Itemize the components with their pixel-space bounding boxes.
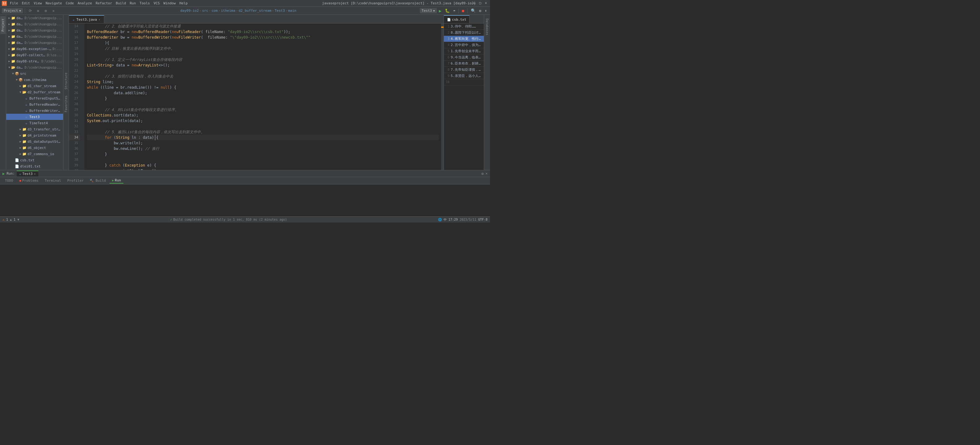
code-line-20: // 1、定义一个ArrayList集合存储每段内容 — [87, 57, 439, 62]
line-num-33: 33 — [69, 129, 80, 135]
tab-terminal[interactable]: Terminal — [42, 178, 64, 183]
tree-item-src[interactable]: ▼ 📦 src — [6, 70, 63, 77]
menu-run[interactable]: Run — [128, 1, 138, 6]
structure-tab[interactable]: Structure — [64, 71, 68, 91]
menu-edit[interactable]: Edit — [20, 1, 32, 6]
tab-build[interactable]: 🔨 Build — [87, 178, 108, 183]
error-arrow-down[interactable]: ▼ — [18, 218, 19, 221]
toolbar-close-btn[interactable]: ✕ — [50, 8, 57, 14]
run-settings-btn[interactable]: ⚙ — [481, 171, 484, 176]
tree-item-day06[interactable]: ▶ 📁 day06-exception-collection D:... — [6, 46, 63, 52]
databases-tab[interactable]: Databases — [484, 16, 490, 38]
breadcrumb-sep-4: › — [272, 9, 274, 13]
tree-item-d5[interactable]: ▶ 📁 d5_dataOutputStream — [6, 138, 63, 145]
debug-btn[interactable]: 🐛 — [444, 8, 451, 13]
tree-item-buffered-writer[interactable]: ☕ BufferedWriterDem... — [6, 108, 63, 114]
folder-icon: 📁 — [22, 127, 27, 131]
stop-btn[interactable]: ■ — [461, 9, 465, 13]
git-btn[interactable]: ⬆ — [484, 9, 488, 13]
menu-vcs[interactable]: VCS — [151, 1, 161, 6]
tree-item-timetest4[interactable]: ☕ TimeTest4 — [6, 120, 63, 126]
tree-item-d2[interactable]: ▼ 📂 d2_buffer_stream — [6, 89, 63, 95]
tree-arrow: ▶ — [8, 35, 11, 38]
breadcrumb-item-6[interactable]: main — [288, 9, 296, 13]
run-config-dropdown: ▼ — [433, 9, 434, 13]
csb-line-num: 6 — [445, 55, 449, 59]
menu-view[interactable]: View — [32, 1, 44, 6]
maximize-button[interactable]: □ — [478, 1, 482, 6]
toolbar-sync-btn[interactable]: ⟳ — [27, 8, 34, 14]
tab-profiler[interactable]: Profiler — [65, 178, 86, 183]
right-panel-tab-csb[interactable]: 📄 csb.txt — [444, 15, 469, 23]
tree-item-d1[interactable]: ▶ 📁 d1_char_stream — [6, 83, 63, 89]
menu-refactor[interactable]: Refactor — [94, 1, 114, 6]
tab-todo[interactable]: TODO — [3, 178, 16, 183]
toolbar-settings-btn[interactable]: ⚙ — [42, 8, 49, 14]
tree-item-com-itheima[interactable]: ▼ 📦 com.itheima — [6, 77, 63, 83]
breadcrumb-item-0[interactable]: day09-io2 — [180, 9, 199, 13]
menu-build[interactable]: Build — [114, 1, 128, 6]
search-btn[interactable]: 🔍 — [469, 8, 477, 13]
tree-item-d7[interactable]: ▶ 📁 d7_commons_io — [6, 151, 63, 157]
menu-window[interactable]: Window — [161, 1, 178, 6]
tree-item-test3[interactable]: ☕ Test3 — [6, 114, 63, 120]
tree-item-day03[interactable]: ▶ 📁 day03-oop D:\code\huangpuip... — [6, 27, 63, 33]
run-tab-icon: ☕ — [19, 172, 21, 176]
toolbar-collapse-btn[interactable]: ≡ — [35, 8, 41, 14]
csb-line-text: 8.愿陛下托臣以讨… — [451, 30, 481, 35]
code-editor[interactable]: // 2、创建缓冲字符输入流管道与源文件接通 BufferedReader br… — [84, 24, 441, 170]
run-btn[interactable]: ▶ — [438, 8, 443, 13]
tree-item-d6[interactable]: ▶ 📁 d6_object — [6, 145, 63, 151]
tree-item-csb-txt[interactable]: 📄 csb.txt — [6, 157, 63, 163]
tree-item-buffered-reader[interactable]: ☕ BufferedReaderDe... — [6, 101, 63, 108]
settings-btn[interactable]: ⚙ — [478, 9, 482, 13]
tree-item-day02[interactable]: ▶ 📁 day02-oop D:\code\huangpuip... — [6, 21, 63, 27]
tree-item-day08[interactable]: ▶ 📁 day08-stream-file-io D:\code\... — [6, 58, 63, 64]
editor-tab-test3[interactable]: ☕ Test3.java ✕ — [69, 15, 104, 23]
minimize-button[interactable]: ─ — [472, 1, 477, 6]
favorites-tab[interactable]: Favorites — [64, 93, 68, 114]
code-line-25: while ((line = br.readLine()) != null) { — [87, 85, 439, 90]
tree-item-d4[interactable]: ▶ 📁 d4_printstream — [6, 132, 63, 138]
tree-item-day01[interactable]: ▶ 📁 day01-oop D:\code\huangpuip... — [6, 15, 63, 21]
run-tab-close[interactable]: ✕ — [34, 172, 36, 176]
project-tab-label[interactable]: Project — [0, 16, 6, 34]
tree-arrow: ▶ — [19, 84, 22, 88]
menu-tools[interactable]: Tools — [138, 1, 151, 6]
csb-line-text: 1.先帝创业未半而… — [451, 49, 481, 54]
breadcrumb-item-5[interactable]: Test3 — [275, 9, 285, 13]
tree-label: BufferedInputStre... — [29, 97, 62, 100]
code-line-37: } — [87, 151, 439, 157]
menu-code[interactable]: Code — [64, 1, 76, 6]
menu-analyze[interactable]: Analyze — [76, 1, 94, 6]
tab-run[interactable]: ▶ Run — [110, 178, 123, 184]
code-line-17: ){ — [87, 40, 439, 46]
error-arrow-up[interactable]: ▲ — [10, 218, 12, 221]
breadcrumb-item-2[interactable]: com — [212, 9, 218, 13]
project-selector[interactable]: Project ▼ — [2, 8, 23, 13]
menu-file[interactable]: File — [8, 1, 20, 6]
tree-item-day04[interactable]: ▶ 📁 day04-api D:\code\huangpuip... — [6, 33, 63, 40]
breadcrumb-item-1[interactable]: src — [202, 9, 208, 13]
close-button[interactable]: ✕ — [484, 1, 488, 6]
run-close-btn[interactable]: ✕ — [485, 171, 487, 176]
folder-icon: 📁 — [22, 146, 27, 150]
line-num-24: 24 — [69, 79, 80, 85]
breadcrumb-item-3[interactable]: itheima — [221, 9, 235, 13]
tab-problems[interactable]: ● Problems — [17, 178, 41, 183]
tree-item-dlei01[interactable]: 📄 dlei01.txt — [6, 163, 63, 169]
run-with-coverage-btn[interactable]: ☂ — [452, 9, 457, 13]
editor-scroll-indicator[interactable] — [441, 24, 444, 170]
tree-item-d3[interactable]: ▶ 📁 d3_transfer_stream — [6, 126, 63, 132]
folder-icon: 📁 — [11, 28, 16, 32]
run-config-selector[interactable]: Test3 ▼ — [420, 8, 437, 13]
run-tab-active[interactable]: ☕ Test3 ✕ — [17, 171, 38, 176]
tree-item-day09[interactable]: ▼ 📂 day09-io2 D:\code\huangpuip... — [6, 64, 63, 70]
tree-item-day07[interactable]: ▶ 📁 day07-collection-map D:\co... — [6, 52, 63, 58]
menu-navigate[interactable]: Navigate — [44, 1, 64, 6]
tree-item-buffered-input[interactable]: ☕ BufferedInputStre... — [6, 95, 63, 101]
tree-item-day05[interactable]: ▶ 📁 day05-api D:\code\huangpuip... — [6, 40, 63, 46]
breadcrumb-item-4[interactable]: d2_buffer_stream — [239, 9, 271, 13]
line-num-22: 22 — [69, 68, 80, 74]
menu-help[interactable]: Help — [178, 1, 189, 6]
